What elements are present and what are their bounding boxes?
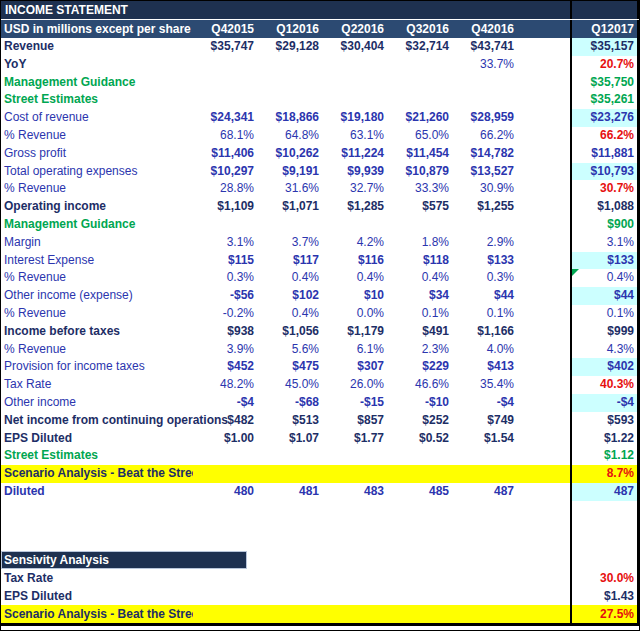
cell-revenue-q12017[interactable]: 0.4% [570, 269, 639, 287]
cell-street-estimates-q22016[interactable] [323, 447, 388, 465]
cell-income-before-taxes-q32016[interactable]: $491 [388, 323, 453, 341]
cell-other-income-q22016[interactable]: -$15 [323, 394, 388, 412]
cell-management-guidance-q42015[interactable] [193, 74, 258, 92]
cell-eps-diluted-q12017[interactable]: $1.22 [570, 430, 639, 448]
cell-revenue-q42016[interactable]: 0.3% [453, 269, 518, 287]
cell-revenue-q42016[interactable]: $43,741 [453, 38, 518, 56]
cell-provision-for-income-taxes-q22016[interactable]: $307 [323, 358, 388, 376]
cell-total-operating-expenses-q42016[interactable]: $13,527 [453, 163, 518, 181]
row-label-interest-expense[interactable]: Interest Expense [1, 252, 193, 270]
cell-operating-income-q42015[interactable]: $1,109 [193, 198, 258, 216]
cell-gross-profit-q42015[interactable]: $11,406 [193, 145, 258, 163]
cell-gross-profit-q12016[interactable]: $10,262 [258, 145, 323, 163]
cell-scenario-analysis-beat-the-street-q42016[interactable] [453, 465, 518, 483]
cell-revenue-q42015[interactable]: 68.1% [193, 127, 258, 145]
cell-net-income-from-continuing-operations-q32016[interactable]: $252 [388, 412, 453, 430]
cell-diluted-q12017[interactable]: 487 [570, 483, 639, 501]
cell-revenue-q32016[interactable]: 33.3% [388, 180, 453, 198]
row-label-operating-income[interactable]: Operating income [1, 198, 193, 216]
cell-total-operating-expenses-q12017[interactable]: $10,793 [570, 163, 639, 181]
cell-other-income-expense-q42015[interactable]: -$56 [193, 287, 258, 305]
cell-revenue-q42016[interactable]: 30.9% [453, 180, 518, 198]
cell-gross-profit-q42016[interactable]: $14,782 [453, 145, 518, 163]
cell-operating-income-q32016[interactable]: $575 [388, 198, 453, 216]
cell-scenario-analysis-beat-the-street-q12016[interactable] [258, 465, 323, 483]
row-label-revenue[interactable]: % Revenue [1, 127, 193, 145]
cell-interest-expense-q12017[interactable]: $133 [570, 252, 639, 270]
cell-street-estimates-q42015[interactable] [193, 447, 258, 465]
cell-revenue-q42015[interactable]: 0.3% [193, 269, 258, 287]
cell-eps-diluted-q42016[interactable]: $1.54 [453, 430, 518, 448]
row-label-margin[interactable]: Margin [1, 234, 193, 252]
cell-diluted-q22016[interactable]: 483 [323, 483, 388, 501]
cell-eps-diluted-q22016[interactable]: $1.77 [323, 430, 388, 448]
cell-income-before-taxes-q42015[interactable]: $938 [193, 323, 258, 341]
cell-gross-profit-q32016[interactable]: $11,454 [388, 145, 453, 163]
cell-street-estimates-q12016[interactable] [258, 447, 323, 465]
cell-management-guidance-q32016[interactable] [388, 74, 453, 92]
cell-tax-rate-q12016[interactable]: 45.0% [258, 376, 323, 394]
row-label-diluted[interactable]: Diluted [1, 483, 193, 501]
cell-street-estimates-q42016[interactable] [453, 91, 518, 109]
row-label-eps-diluted[interactable]: EPS Diluted [1, 430, 193, 448]
row-label-street-estimates[interactable]: Street Estimates [1, 447, 193, 465]
cell-other-income-expense-q42016[interactable]: $44 [453, 287, 518, 305]
cell-cost-of-revenue-q32016[interactable]: $21,260 [388, 109, 453, 127]
cell-other-income-expense-q22016[interactable]: $10 [323, 287, 388, 305]
cell-yoy-q12016[interactable] [258, 56, 323, 74]
units-note[interactable]: USD in millions except per share data. [1, 20, 193, 38]
cell-net-income-from-continuing-operations-q12016[interactable]: $513 [258, 412, 323, 430]
cell-management-guidance-q42016[interactable] [453, 74, 518, 92]
cell-margin-q32016[interactable]: 1.8% [388, 234, 453, 252]
cell-revenue-q32016[interactable]: 0.4% [388, 269, 453, 287]
cell-revenue-q42015[interactable]: 3.9% [193, 341, 258, 359]
cell-operating-income-q12016[interactable]: $1,071 [258, 198, 323, 216]
cell-total-operating-expenses-q22016[interactable]: $9,939 [323, 163, 388, 181]
cell-diluted-q42015[interactable]: 480 [193, 483, 258, 501]
row-label-tax-rate[interactable]: Tax Rate [1, 376, 193, 394]
cell-revenue-q12016[interactable]: 64.8% [258, 127, 323, 145]
cell-revenue-q12017[interactable]: 4.3% [570, 341, 639, 359]
cell-revenue-q22016[interactable]: 63.1% [323, 127, 388, 145]
cell-net-income-from-continuing-operations-q42015[interactable]: $482 [193, 412, 258, 430]
cell-scenario-analysis-beat-the-street-q22016[interactable] [323, 465, 388, 483]
cell-revenue-q32016[interactable]: 65.0% [388, 127, 453, 145]
cell-revenue-q42015[interactable]: -0.2% [193, 305, 258, 323]
cell-other-income-q32016[interactable]: -$10 [388, 394, 453, 412]
cell-management-guidance-q32016[interactable] [388, 216, 453, 234]
cell-diluted-q12016[interactable]: 481 [258, 483, 323, 501]
cell-street-estimates-q42016[interactable] [453, 447, 518, 465]
cell-management-guidance-q22016[interactable] [323, 216, 388, 234]
cell-management-guidance-q12016[interactable] [258, 216, 323, 234]
cell-margin-q42016[interactable]: 2.9% [453, 234, 518, 252]
column-header-q12017[interactable]: Q12017 [570, 20, 639, 38]
row-label-revenue[interactable]: % Revenue [1, 269, 193, 287]
column-header-q22016[interactable]: Q22016 [323, 20, 388, 38]
cell-total-operating-expenses-q32016[interactable]: $10,879 [388, 163, 453, 181]
cell-revenue-q22016[interactable]: 0.0% [323, 305, 388, 323]
cell-revenue-q12016[interactable]: 5.6% [258, 341, 323, 359]
cell-tax-rate-q22016[interactable]: 26.0% [323, 376, 388, 394]
row-label-management-guidance[interactable]: Management Guidance [1, 74, 193, 92]
cell-yoy-q42015[interactable] [193, 56, 258, 74]
cell-cost-of-revenue-q42016[interactable]: $28,959 [453, 109, 518, 127]
cell-interest-expense-q12016[interactable]: $117 [258, 252, 323, 270]
cell-street-estimates-q12016[interactable] [258, 91, 323, 109]
cell-revenue-q42016[interactable]: 4.0% [453, 341, 518, 359]
cell-provision-for-income-taxes-q42015[interactable]: $452 [193, 358, 258, 376]
cell-margin-q12016[interactable]: 3.7% [258, 234, 323, 252]
cell-eps-diluted-q32016[interactable]: $0.52 [388, 430, 453, 448]
cell-total-operating-expenses-q42015[interactable]: $10,297 [193, 163, 258, 181]
cell-management-guidance-q12016[interactable] [258, 74, 323, 92]
cell-revenue-q42016[interactable]: 0.1% [453, 305, 518, 323]
row-label-revenue[interactable]: % Revenue [1, 305, 193, 323]
cell-revenue-q12017[interactable]: 66.2% [570, 127, 639, 145]
sensitivity-label-tax-rate[interactable]: Tax Rate [1, 569, 193, 587]
cell-gross-profit-q12017[interactable]: $11,881 [570, 145, 639, 163]
cell-income-before-taxes-q42016[interactable]: $1,166 [453, 323, 518, 341]
cell-diluted-q32016[interactable]: 485 [388, 483, 453, 501]
cell-tax-rate-q32016[interactable]: 46.6% [388, 376, 453, 394]
cell-management-guidance-q42015[interactable] [193, 216, 258, 234]
cell-revenue-q12017[interactable]: 0.1% [570, 305, 639, 323]
cell-street-estimates-q12017[interactable]: $35,261 [570, 91, 639, 109]
